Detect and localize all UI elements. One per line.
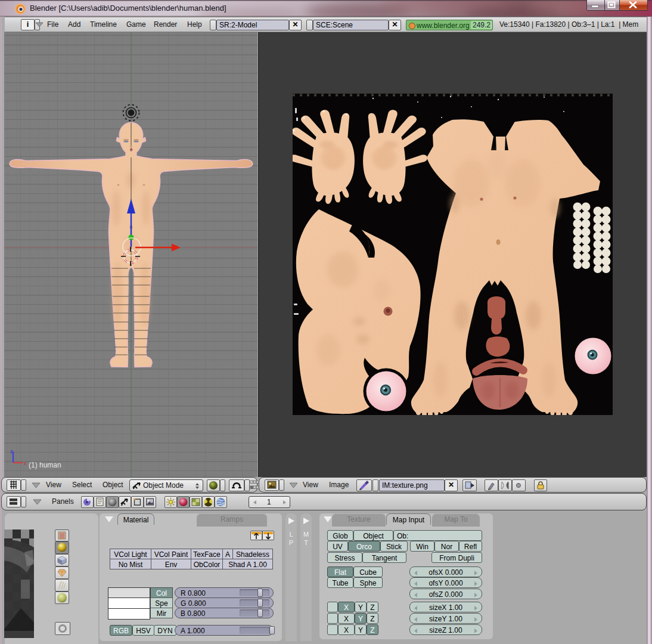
- svg-text:x: x: [24, 460, 27, 466]
- svg-text:z: z: [10, 448, 13, 454]
- svg-text:(1) human: (1) human: [29, 461, 61, 469]
